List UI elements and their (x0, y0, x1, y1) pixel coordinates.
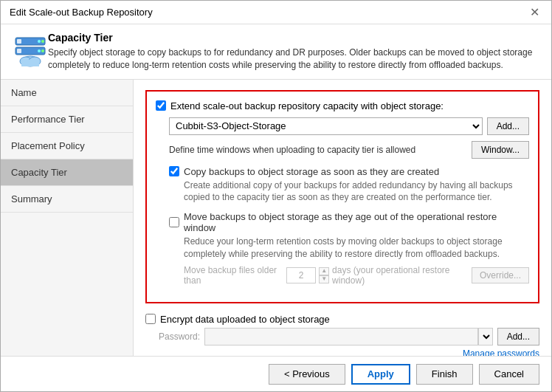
password-input[interactable] (204, 328, 478, 345)
sidebar-item-performance-tier[interactable]: Performance Tier (1, 106, 133, 133)
storage-dropdown[interactable]: Cubbit-S3-Object-Storage (169, 117, 483, 135)
previous-button[interactable]: < Previous (269, 364, 345, 385)
storage-select-row: Cubbit-S3-Object-Storage Add... (169, 117, 529, 135)
header-section: Capacity Tier Specify object storage to … (1, 24, 551, 80)
encrypt-checkbox[interactable] (145, 314, 156, 324)
password-row: Password: Add... (159, 328, 539, 345)
copy-checkbox[interactable] (169, 166, 179, 176)
capacity-tier-icon (13, 32, 48, 67)
sidebar: Name Performance Tier Placement Policy C… (1, 80, 134, 356)
header-description: Specify object storage to copy backups t… (48, 47, 539, 72)
storage-add-button[interactable]: Add... (487, 117, 529, 135)
password-label: Password: (159, 331, 200, 342)
move-checkbox[interactable] (169, 217, 179, 227)
header-text: Capacity Tier Specify object storage to … (48, 32, 539, 72)
manage-passwords-link[interactable]: Manage passwords (463, 348, 539, 356)
days-input[interactable] (286, 267, 316, 283)
days-increment[interactable]: ▲ (319, 267, 329, 275)
manage-passwords-row: Manage passwords (145, 348, 539, 356)
sidebar-item-summary[interactable]: Summary (1, 186, 133, 213)
capacity-tier-options-box: Extend scale-out backup repository capac… (145, 90, 539, 303)
override-button[interactable]: Override... (472, 267, 529, 283)
sidebar-item-name[interactable]: Name (1, 80, 133, 106)
move-backup-row: Move backup files older than ▲ ▼ days (y… (184, 265, 529, 286)
svg-rect-5 (17, 49, 21, 53)
sidebar-item-capacity-tier[interactable]: Capacity Tier (1, 159, 133, 186)
svg-rect-1 (17, 39, 21, 44)
move-backups-section: Move backups to object storage as they a… (169, 211, 529, 286)
days-spinner: ▲ ▼ (319, 267, 329, 283)
svg-point-7 (41, 49, 44, 52)
encrypt-section: Encrypt data uploaded to object storage … (145, 314, 539, 356)
apply-button[interactable]: Apply (351, 364, 410, 385)
password-add-button[interactable]: Add... (497, 328, 539, 345)
close-button[interactable]: ✕ (527, 5, 542, 19)
dialog: Edit Scale-out Backup Repository ✕ (0, 0, 552, 392)
cancel-button[interactable]: Cancel (479, 364, 539, 385)
svg-rect-11 (21, 60, 39, 66)
define-time-row: Define time windows when uploading to ca… (169, 141, 529, 159)
encrypt-checkbox-label[interactable]: Encrypt data uploaded to object storage (145, 314, 539, 325)
svg-point-2 (38, 40, 41, 43)
move-checkbox-label[interactable]: Move backups to object storage as they a… (169, 211, 529, 233)
title-bar: Edit Scale-out Backup Repository ✕ (1, 1, 551, 24)
dialog-title: Edit Scale-out Backup Repository (10, 7, 153, 18)
copy-desc: Create additional copy of your backups f… (184, 179, 529, 204)
svg-point-6 (38, 49, 41, 52)
svg-point-3 (41, 40, 44, 43)
window-button[interactable]: Window... (472, 141, 529, 159)
sidebar-item-placement-policy[interactable]: Placement Policy (1, 133, 133, 159)
days-decrement[interactable]: ▼ (319, 275, 329, 283)
content-area: Name Performance Tier Placement Policy C… (1, 80, 551, 356)
main-content: Extend scale-out backup repository capac… (134, 80, 551, 356)
copy-backups-section: Copy backups to object storage as soon a… (169, 166, 529, 204)
move-desc: Reduce your long-term retention costs by… (184, 235, 529, 261)
extend-checkbox[interactable] (156, 100, 166, 111)
copy-checkbox-label[interactable]: Copy backups to object storage as soon a… (169, 166, 529, 177)
finish-button[interactable]: Finish (416, 364, 473, 385)
extend-checkbox-label[interactable]: Extend scale-out backup repository capac… (156, 100, 444, 111)
header-title: Capacity Tier (48, 32, 539, 44)
password-dropdown[interactable] (478, 328, 493, 345)
footer: < Previous Apply Finish Cancel (1, 356, 551, 391)
extend-checkbox-row: Extend scale-out backup repository capac… (156, 100, 529, 111)
